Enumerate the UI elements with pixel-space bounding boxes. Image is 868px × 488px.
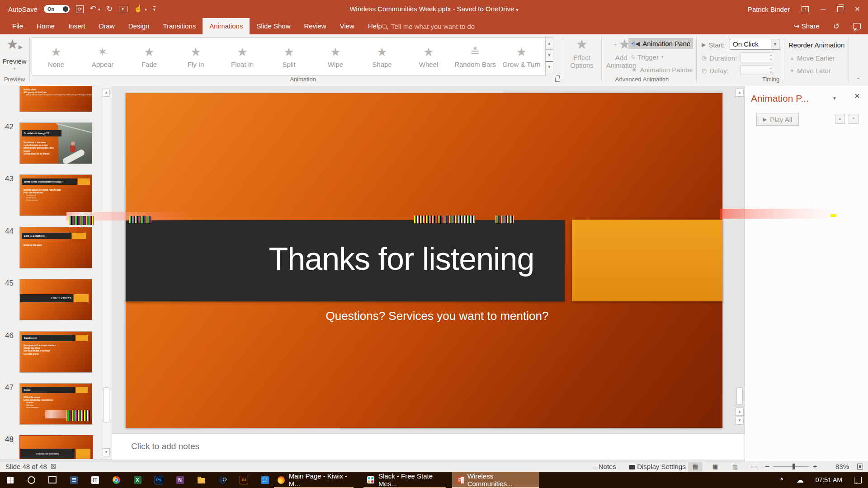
thumbnail-scrollbar-thumb[interactable]: [104, 387, 109, 422]
reading-view-icon[interactable]: ▥: [728, 462, 742, 472]
tab-draw[interactable]: Draw: [92, 18, 122, 34]
share-button[interactable]: ↪ Share: [794, 22, 820, 30]
normal-view-icon[interactable]: ▤: [688, 462, 703, 472]
taskbar-icon-calculator[interactable]: [86, 472, 104, 488]
animation-fly-in[interactable]: ★Fly In: [173, 38, 218, 75]
tab-home[interactable]: Home: [30, 18, 61, 34]
zoom-level[interactable]: 83%: [835, 461, 849, 472]
minimize-button[interactable]: ─: [821, 0, 826, 18]
duration-spinner[interactable]: [741, 52, 773, 62]
slide-title-text[interactable]: Thanks for listening: [243, 241, 560, 277]
clock-time[interactable]: 07:51 AM: [816, 476, 842, 483]
taskbar-icon-file-explorer[interactable]: [192, 472, 210, 488]
animation-pane-button[interactable]: ⟲◀ Animation Pane: [628, 38, 693, 49]
spell-check-icon[interactable]: ☒: [51, 461, 57, 472]
start-button[interactable]: [1, 472, 19, 488]
tab-insert[interactable]: Insert: [61, 18, 92, 34]
tab-review[interactable]: Review: [297, 18, 333, 34]
animation-split[interactable]: ★Split: [266, 38, 311, 75]
zoom-in-icon[interactable]: +: [813, 461, 817, 472]
notes-toggle-button[interactable]: ≡ Notes: [593, 461, 616, 472]
play-all-button[interactable]: ▶ Play All: [756, 113, 799, 126]
animation-painter-button[interactable]: ★ Animation Painter: [631, 64, 693, 75]
reorder-up-button[interactable]: ▲: [835, 114, 845, 124]
animation-wipe[interactable]: ★Wipe: [313, 38, 358, 75]
gallery-up-icon[interactable]: ▲: [545, 38, 553, 50]
tray-chevron-icon[interactable]: ＾: [779, 476, 785, 484]
trigger-button[interactable]: ϟ Trigger▾: [631, 52, 663, 62]
slide-thumbnail-43[interactable]: What is the scuttlebutt of today? Meetin…: [19, 174, 92, 216]
slide-scroll-up-icon[interactable]: ▲: [736, 89, 744, 97]
slide-thumbnail-41[interactable]: Build a chain Add gossip to the chain Al…: [19, 86, 92, 112]
notes-area[interactable]: Click to add notes: [112, 433, 745, 460]
tab-slide-show[interactable]: Slide Show: [250, 18, 297, 34]
display-settings-button[interactable]: Display Settings: [629, 461, 686, 472]
slide-sorter-view-icon[interactable]: ▦: [708, 462, 722, 472]
preview-button[interactable]: ★▶ Preview ▾: [0, 38, 29, 71]
gallery-down-icon[interactable]: ▼: [545, 49, 553, 61]
slide-thumbnail-42[interactable]: Scuttlebutt though?? Scuttlebutt is the …: [19, 122, 92, 164]
zoom-out-icon[interactable]: −: [765, 461, 769, 472]
zoom-slider[interactable]: [773, 466, 809, 467]
animation-pane-menu-chevron-icon[interactable]: ▼: [832, 96, 837, 101]
move-later-button[interactable]: ▼ Move Later: [790, 65, 831, 76]
history-icon[interactable]: ↺: [833, 22, 840, 31]
taskbar-icon-steam[interactable]: [213, 472, 231, 488]
tab-design[interactable]: Design: [122, 18, 156, 34]
ribbon-display-options-icon[interactable]: ↑: [802, 6, 809, 12]
taskbar-window-slack[interactable]: Slack - Free State Mes...: [363, 472, 449, 488]
thumbnail-scroll-down-icon[interactable]: ▼: [103, 448, 110, 456]
slide-counter[interactable]: Slide 48 of 48: [5, 461, 47, 472]
slide-thumbnail-46[interactable]: Sandstorm A program with a simple interf…: [19, 331, 92, 373]
taskbar-icon-mail[interactable]: [65, 472, 83, 488]
action-center-icon[interactable]: [854, 477, 862, 483]
slide-scrollbar-thumb[interactable]: [736, 387, 743, 404]
taskbar-icon-messenger[interactable]: [256, 472, 274, 488]
taskbar-icon-illustrator[interactable]: Ai: [235, 472, 253, 488]
slide-canvas[interactable]: Thanks for listening Questions? Services…: [126, 93, 722, 428]
onedrive-cloud-icon[interactable]: ☁: [797, 476, 804, 484]
animation-float-in[interactable]: ★Float In: [220, 38, 265, 75]
effect-options-button[interactable]: ★ Effect Options: [566, 38, 598, 69]
collapse-ribbon-icon[interactable]: ⌃: [856, 77, 860, 83]
taskbar-icon-onenote[interactable]: N: [171, 472, 189, 488]
user-name[interactable]: Patrick Binder: [748, 5, 790, 13]
animation-appear[interactable]: ✶Appear: [80, 38, 125, 75]
taskbar-window-kiwix[interactable]: Main Page - Kiwix - M...: [273, 472, 360, 488]
animation-dialog-launcher-icon[interactable]: [555, 77, 560, 82]
tab-transitions[interactable]: Transitions: [156, 18, 203, 34]
task-view-icon[interactable]: [43, 472, 61, 488]
cortana-icon[interactable]: [22, 472, 40, 488]
taskbar-icon-chrome[interactable]: [107, 472, 125, 488]
animation-fade[interactable]: ★Fade: [127, 38, 172, 75]
zoom-slider-thumb[interactable]: [793, 464, 795, 469]
previous-slide-icon[interactable]: ▲: [736, 408, 744, 416]
thumbnail-scroll-up-icon[interactable]: ▲: [103, 89, 110, 97]
animation-shape[interactable]: ★Shape: [359, 38, 405, 75]
animation-random-bars[interactable]: ≛Random Bars: [450, 38, 500, 75]
start-dropdown[interactable]: On Click ▼: [730, 39, 779, 50]
comments-icon[interactable]: [853, 23, 861, 29]
tab-animations[interactable]: Animations: [203, 18, 250, 34]
animation-pane-close-icon[interactable]: ×: [854, 90, 860, 101]
animation-none[interactable]: ★None: [33, 38, 79, 75]
slide-thumbnail-45[interactable]: Other Services: [19, 279, 92, 320]
restore-button[interactable]: [837, 6, 843, 12]
slide-thumbnail-44[interactable]: SSB is a platform Show me the apps!: [19, 227, 92, 268]
start-dropdown-chevron-icon[interactable]: ▼: [771, 39, 779, 49]
move-earlier-button[interactable]: ▲ Move Earlier: [790, 52, 835, 63]
fit-slide-to-window-icon[interactable]: [857, 464, 863, 469]
taskbar-icon-excel[interactable]: X: [128, 472, 146, 488]
gallery-more-icon[interactable]: ▼: [545, 61, 553, 73]
slide-show-view-icon[interactable]: ▭: [747, 462, 761, 472]
tab-view[interactable]: View: [333, 18, 361, 34]
taskbar-icon-photoshop[interactable]: Ps: [150, 472, 168, 488]
tab-file[interactable]: File: [5, 18, 30, 34]
delay-spinner[interactable]: [741, 65, 773, 75]
slide-subtitle-text[interactable]: Questions? Services you want to mention?: [302, 309, 573, 323]
tell-me-search[interactable]: Tell me what you want to do: [382, 18, 475, 34]
next-slide-icon[interactable]: ▼: [736, 417, 744, 425]
animation-wheel[interactable]: ★Wheel: [406, 38, 451, 75]
reorder-down-button[interactable]: ▼: [849, 114, 859, 124]
taskbar-window-powerpoint-active[interactable]: P Wireless Communities...: [452, 472, 539, 488]
